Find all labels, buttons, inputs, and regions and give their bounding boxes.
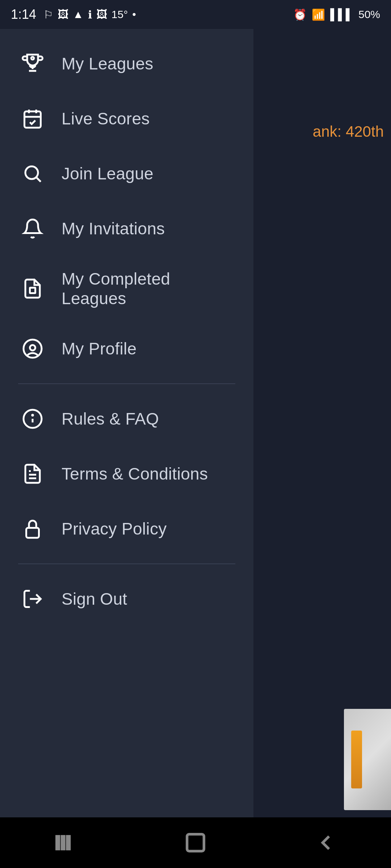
- sidebar-item-privacy-policy[interactable]: Privacy Policy: [0, 501, 253, 556]
- sidebar-item-my-completed-leagues[interactable]: My Completed Leagues: [0, 256, 253, 321]
- sign-out-icon: [18, 584, 47, 613]
- sidebar-item-join-league[interactable]: Join League: [0, 146, 253, 201]
- navigation-drawer: My Leagues Live Scores Join League: [0, 0, 253, 868]
- svg-rect-19: [187, 834, 204, 851]
- sidebar-item-sign-out[interactable]: Sign Out: [0, 571, 253, 626]
- battery-text: 50%: [358, 8, 380, 21]
- join-league-label: Join League: [62, 164, 154, 183]
- alarm-icon: ⏰: [293, 8, 307, 21]
- status-time: 1:14: [11, 7, 36, 22]
- notif-icon-4: ℹ: [88, 8, 92, 21]
- file-archive-icon: [18, 274, 47, 303]
- signal-icon: ▌▌▌: [330, 8, 353, 21]
- status-right: ⏰ 📶 ▌▌▌ 50%: [293, 8, 380, 21]
- svg-rect-7: [30, 288, 35, 293]
- dot-indicator: •: [132, 8, 136, 21]
- svg-rect-16: [57, 837, 59, 849]
- divider-1: [18, 383, 235, 384]
- lock-icon: [18, 514, 47, 543]
- rank-text: ank: 420th: [313, 123, 384, 140]
- svg-rect-14: [26, 528, 39, 538]
- drawer-menu: My Leagues Live Scores Join League: [0, 29, 253, 868]
- live-scores-label: Live Scores: [62, 109, 150, 128]
- calendar-check-icon: [18, 104, 47, 133]
- sidebar-item-my-profile[interactable]: My Profile: [0, 321, 253, 376]
- notif-icon-2: 🖼: [58, 8, 68, 21]
- notif-icon-1: ⚐: [43, 8, 53, 21]
- wifi-icon: 📶: [312, 8, 325, 21]
- temp-indicator: 15°: [112, 8, 128, 21]
- user-circle-icon: [18, 334, 47, 363]
- sidebar-item-my-invitations[interactable]: My Invitations: [0, 201, 253, 256]
- notif-icon-3: ▲: [73, 8, 84, 21]
- bell-icon: [18, 214, 47, 243]
- terms-conditions-label: Terms & Conditions: [62, 464, 208, 484]
- image-accent: [351, 731, 362, 788]
- bottom-right-image: [344, 709, 391, 810]
- status-bar: 1:14 ⚐ 🖼 ▲ ℹ 🖼 15° • ⏰ 📶 ▌▌▌ 50%: [0, 0, 391, 29]
- info-circle-icon: [18, 404, 47, 433]
- my-completed-leagues-label: My Completed Leagues: [62, 269, 235, 308]
- my-profile-label: My Profile: [62, 339, 136, 358]
- sidebar-item-my-leagues[interactable]: My Leagues: [0, 36, 253, 91]
- divider-2: [18, 563, 235, 564]
- sign-out-label: Sign Out: [62, 589, 127, 609]
- trophy-icon: [18, 49, 47, 78]
- sidebar-item-terms-conditions[interactable]: Terms & Conditions: [0, 446, 253, 501]
- svg-rect-18: [67, 837, 70, 849]
- bottom-nav: [0, 817, 391, 868]
- my-invitations-label: My Invitations: [62, 219, 165, 238]
- svg-point-8: [24, 340, 42, 358]
- status-icons: ⚐ 🖼 ▲ ℹ 🖼 15° •: [43, 8, 293, 21]
- svg-rect-1: [25, 111, 41, 128]
- rules-faq-label: Rules & FAQ: [62, 409, 159, 429]
- nav-menu-button[interactable]: [43, 828, 87, 857]
- svg-rect-17: [62, 837, 64, 849]
- notif-icon-5: 🖼: [96, 8, 107, 21]
- nav-back-button[interactable]: [304, 828, 348, 857]
- privacy-policy-label: Privacy Policy: [62, 519, 167, 539]
- nav-home-button[interactable]: [174, 828, 217, 857]
- my-leagues-label: My Leagues: [62, 54, 154, 73]
- svg-point-2: [25, 166, 38, 179]
- sidebar-item-live-scores[interactable]: Live Scores: [0, 91, 253, 146]
- search-icon: [18, 159, 47, 188]
- sidebar-item-rules-faq[interactable]: Rules & FAQ: [0, 391, 253, 446]
- svg-point-0: [31, 57, 34, 60]
- file-text-icon: [18, 459, 47, 488]
